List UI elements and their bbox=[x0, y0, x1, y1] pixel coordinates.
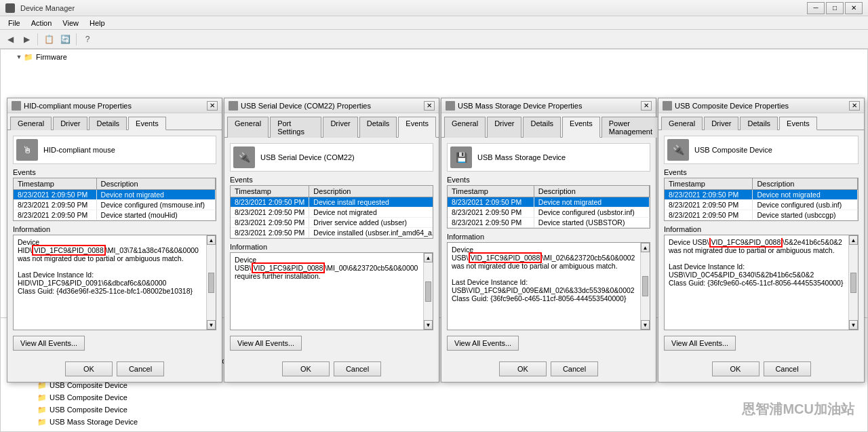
minimize-button[interactable]: ─ bbox=[807, 2, 825, 14]
device-name: USB Composite Device bbox=[694, 146, 772, 154]
table-row[interactable]: 8/23/2021 2:09:50 PM Device started (mou… bbox=[14, 210, 216, 220]
scroll-down-button[interactable]: ▼ bbox=[641, 320, 650, 330]
tab-events[interactable]: Events bbox=[398, 117, 436, 138]
device-header: 💾 USB Mass Storage Device bbox=[447, 143, 650, 172]
cancel-button[interactable]: Cancel bbox=[117, 361, 164, 376]
event-description: Driver service added (usbser) bbox=[309, 218, 433, 228]
menu-action[interactable]: Action bbox=[26, 18, 58, 28]
scroll-up-button[interactable]: ▲ bbox=[849, 235, 858, 245]
scroll-thumb[interactable] bbox=[850, 273, 856, 293]
scroll-thumb[interactable] bbox=[208, 273, 214, 293]
tab-general[interactable]: General bbox=[444, 117, 486, 138]
refresh-button[interactable]: 🔄 bbox=[58, 32, 73, 47]
ok-button[interactable]: OK bbox=[65, 361, 113, 376]
cancel-button[interactable]: Cancel bbox=[334, 361, 381, 376]
menu-help[interactable]: Help bbox=[84, 18, 111, 28]
tab-driver[interactable]: Driver bbox=[323, 117, 357, 138]
scroll-down-button[interactable]: ▼ bbox=[424, 320, 433, 330]
scroll-up-button[interactable]: ▲ bbox=[207, 235, 216, 245]
table-row[interactable]: 8/23/2021 2:09:50 PM Device not migrated bbox=[231, 208, 433, 218]
info-label: Information bbox=[447, 233, 650, 241]
tree-item-label: USB Mass Storage Device bbox=[50, 430, 138, 431]
maximize-button[interactable]: □ bbox=[826, 2, 844, 14]
ok-button[interactable]: OK bbox=[282, 361, 330, 376]
event-timestamp: 8/23/2021 2:09:50 PM bbox=[665, 200, 753, 210]
table-row[interactable]: 8/23/2021 2:09:50 PM Device not migrated bbox=[665, 190, 858, 200]
table-row[interactable]: 8/23/2021 2:09:50 PM Device not migrated bbox=[14, 190, 216, 200]
table-row[interactable]: 8/23/2021 2:09:50 PM Device not migrated bbox=[448, 197, 650, 208]
table-row[interactable]: 8/23/2021 2:09:50 PM Device installed (u… bbox=[231, 228, 433, 238]
table-row[interactable]: 8/23/2021 2:09:50 PM Device configured (… bbox=[665, 200, 858, 210]
list-item[interactable]: 📁USB Composite Device bbox=[1, 404, 867, 416]
events-table-wrap: Timestamp Description 8/23/2021 2:09:50 … bbox=[447, 185, 650, 229]
scroll-down-button[interactable]: ▼ bbox=[207, 320, 216, 330]
timestamp-header: Timestamp bbox=[665, 178, 753, 190]
event-description: Device not migrated bbox=[96, 190, 215, 200]
table-row[interactable]: 8/23/2021 2:09:50 PM Device started (usb… bbox=[665, 210, 858, 220]
ok-button[interactable]: OK bbox=[499, 361, 547, 376]
tree-folder-icon: 📁 bbox=[37, 430, 47, 432]
tab-driver[interactable]: Driver bbox=[487, 117, 521, 138]
tab-details[interactable]: Details bbox=[523, 117, 561, 138]
tab-general[interactable]: General bbox=[227, 117, 269, 138]
dialog-icon bbox=[229, 101, 238, 111]
scroll-thumb[interactable] bbox=[425, 281, 431, 302]
tab-driver[interactable]: Driver bbox=[704, 117, 738, 130]
ok-button[interactable]: OK bbox=[712, 361, 760, 376]
scroll-up-button[interactable]: ▲ bbox=[424, 253, 433, 262]
help-button[interactable]: ? bbox=[80, 32, 95, 47]
description-header: Description bbox=[96, 178, 215, 190]
event-timestamp: 8/23/2021 2:09:50 PM bbox=[448, 197, 534, 208]
tab-bar: GeneralDriverDetailsEventsPower Manageme… bbox=[441, 113, 656, 138]
scrollbar-v[interactable]: ▲ ▼ bbox=[848, 235, 858, 330]
tab-details[interactable]: Details bbox=[740, 117, 778, 130]
scroll-down-button[interactable]: ▼ bbox=[849, 320, 858, 330]
dialog-close-button[interactable]: ✕ bbox=[641, 101, 652, 111]
dialog-title-text: USB Serial Device (COM22) Properties bbox=[241, 102, 421, 110]
event-timestamp: 8/23/2021 2:09:50 PM bbox=[14, 200, 96, 210]
forward-button[interactable]: ▶ bbox=[19, 32, 34, 47]
scrollbar-v[interactable]: ▲ ▼ bbox=[423, 253, 433, 330]
back-button[interactable]: ◀ bbox=[3, 32, 18, 47]
scroll-up-button[interactable]: ▲ bbox=[641, 243, 650, 252]
list-item[interactable]: ▼ 📁 Firmware bbox=[1, 51, 867, 63]
tab-port-settings[interactable]: Port Settings bbox=[270, 117, 321, 138]
cancel-button[interactable]: Cancel bbox=[551, 361, 598, 376]
table-row[interactable]: 8/23/2021 2:09:50 PM Device configured (… bbox=[448, 208, 650, 218]
view-all-events-button[interactable]: View All Events... bbox=[230, 336, 302, 351]
view-all-events-button[interactable]: View All Events... bbox=[664, 336, 736, 351]
tab-general[interactable]: General bbox=[10, 117, 52, 130]
tab-events[interactable]: Events bbox=[779, 117, 817, 130]
dialog-close-button[interactable]: ✕ bbox=[849, 101, 860, 111]
tab-details[interactable]: Details bbox=[89, 117, 127, 130]
tab-events[interactable]: Events bbox=[128, 117, 166, 130]
dialog-close-button[interactable]: ✕ bbox=[207, 101, 218, 111]
table-row[interactable]: 8/23/2021 2:09:50 PM Device install requ… bbox=[231, 197, 433, 208]
tab-driver[interactable]: Driver bbox=[53, 117, 87, 130]
tab-details[interactable]: Details bbox=[359, 117, 397, 138]
properties-button[interactable]: 📋 bbox=[41, 32, 56, 47]
table-row[interactable]: 8/23/2021 2:09:50 PM Device configured (… bbox=[14, 200, 216, 210]
cancel-button[interactable]: Cancel bbox=[764, 361, 811, 376]
list-item[interactable]: 📁USB Mass Storage Device bbox=[1, 416, 867, 428]
expand-icon: ▼ bbox=[14, 54, 24, 60]
table-row[interactable]: 8/23/2021 2:09:50 PM Driver service adde… bbox=[231, 218, 433, 228]
info-text: Device HID\VID_1FC9&PID_0088\MI_03\7&1a3… bbox=[18, 238, 212, 327]
scrollbar-v[interactable]: ▲ ▼ bbox=[640, 243, 650, 330]
close-button[interactable]: ✕ bbox=[845, 2, 863, 14]
tab-general[interactable]: General bbox=[661, 117, 703, 130]
event-description: Device started (USBSTOR) bbox=[534, 218, 649, 228]
event-description: Device not migrated bbox=[534, 197, 649, 208]
tab-power-management[interactable]: Power Management bbox=[601, 117, 660, 138]
scrollbar-v[interactable]: ▲ ▼ bbox=[206, 235, 216, 330]
list-item[interactable]: 📁USB Composite Device bbox=[1, 391, 867, 404]
list-item[interactable]: 📁USB Mass Storage Device bbox=[1, 428, 867, 431]
view-all-events-button[interactable]: View All Events... bbox=[13, 336, 85, 351]
menu-view[interactable]: View bbox=[57, 18, 84, 28]
tab-events[interactable]: Events bbox=[562, 117, 600, 138]
menu-file[interactable]: File bbox=[3, 18, 26, 28]
table-row[interactable]: 8/23/2021 2:09:50 PM Device started (USB… bbox=[448, 218, 650, 228]
dialog-close-button[interactable]: ✕ bbox=[424, 101, 435, 111]
view-all-events-button[interactable]: View All Events... bbox=[447, 336, 519, 351]
scroll-thumb[interactable] bbox=[642, 276, 648, 296]
